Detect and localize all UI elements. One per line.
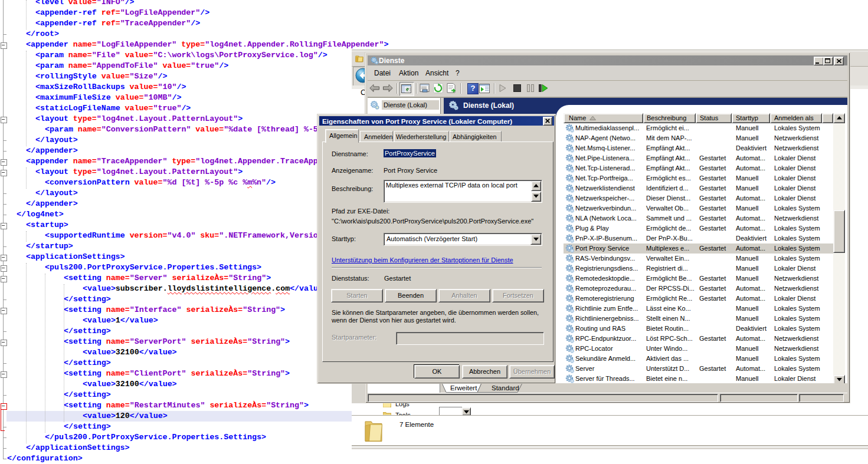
svg-text:Erweitert: Erweitert [450,384,477,391]
svg-text:Standard: Standard [492,384,519,391]
